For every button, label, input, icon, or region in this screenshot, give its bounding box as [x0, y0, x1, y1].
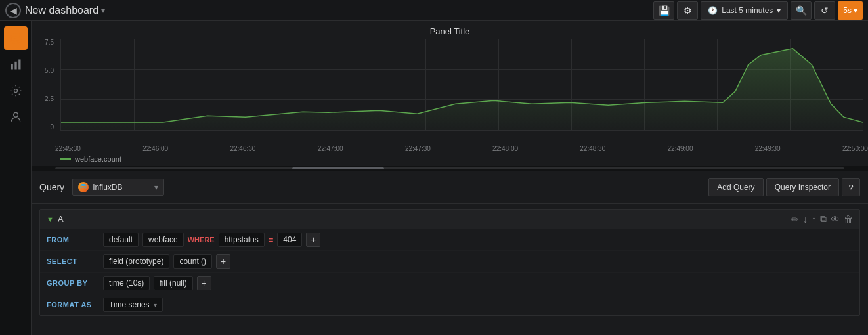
back-icon: ◀: [10, 5, 17, 16]
datasource-icon: [78, 182, 89, 192]
datasource-caret: ▾: [154, 183, 158, 192]
datasource-name: InfluxDB: [93, 183, 122, 192]
dashboard-title-group: New dashboard ▾: [25, 5, 105, 16]
clock-icon: 🕐: [708, 6, 718, 15]
sidebar-icon-user[interactable]: [4, 105, 28, 129]
svg-point-6: [81, 184, 86, 186]
save-icon: 💾: [659, 5, 670, 16]
where-operator: =: [269, 235, 274, 245]
sidebar-icon-database[interactable]: [4, 26, 28, 50]
y-label-2_5: 2.5: [45, 95, 54, 102]
datasource-selector[interactable]: InfluxDB ▾: [72, 179, 164, 196]
groupby-fill-value[interactable]: fill (null): [154, 276, 192, 290]
content-area: Panel Title 7.5 5.0 2.5 0: [32, 21, 868, 335]
where-val-value[interactable]: 404: [277, 233, 302, 247]
svg-point-0: [11, 33, 20, 37]
query-label: Query: [39, 182, 64, 192]
legend-line: [60, 158, 71, 160]
chart-panel: Panel Title 7.5 5.0 2.5 0: [32, 21, 868, 171]
chart-legend: webface.count: [32, 154, 868, 166]
select-field-value[interactable]: field (prototype): [103, 254, 169, 269]
dashboard-title-caret[interactable]: ▾: [101, 6, 105, 15]
refresh-interval-caret: ▾: [854, 6, 857, 15]
query-inspector-button[interactable]: Query Inspector: [766, 178, 839, 196]
select-func-value[interactable]: count (): [173, 254, 212, 269]
left-sidebar: [0, 21, 32, 335]
x-label-10: 22:50:00: [842, 145, 868, 152]
top-header: ◀ New dashboard ▾ 💾 ⚙ 🕐 Last 5 minutes ▾…: [0, 0, 868, 21]
sidebar-icon-gear[interactable]: [4, 79, 28, 102]
svg-point-4: [14, 89, 17, 93]
chart-area-fill: [61, 49, 863, 130]
chart-inner: [60, 39, 863, 131]
query-actions: Add Query Query Inspector ?: [708, 178, 860, 196]
user-icon: [9, 110, 22, 123]
sidebar-icon-chart[interactable]: [4, 53, 28, 76]
back-button[interactable]: ◀: [5, 3, 21, 18]
where-keyword: WHERE: [188, 236, 215, 244]
x-label-3: 22:46:30: [230, 145, 255, 152]
svg-rect-2: [14, 62, 16, 70]
y-label-7_5: 7.5: [45, 39, 54, 46]
time-range-caret: ▾: [777, 6, 781, 15]
delete-icon[interactable]: 🗑: [844, 214, 853, 225]
query-editor: Query InfluxDB ▾ Add Query Query Inspect: [32, 171, 868, 335]
add-where-button[interactable]: +: [306, 233, 320, 247]
x-label-2: 22:46:00: [142, 145, 168, 152]
gear-icon: [9, 84, 22, 97]
edit-icon[interactable]: ✏: [791, 214, 799, 225]
refresh-button[interactable]: ↺: [814, 1, 835, 20]
legend-label: webface.count: [75, 155, 121, 163]
settings-icon: ⚙: [684, 5, 692, 16]
refresh-icon: ↺: [821, 5, 829, 16]
groupby-clause: GROUP BY time (10s) fill (null) +: [40, 273, 859, 294]
from-db-value[interactable]: default: [103, 233, 139, 247]
svg-rect-1: [11, 64, 12, 70]
x-axis-labels: 22:45:30 22:46:00 22:46:30 22:47:00 22:4…: [55, 144, 868, 154]
save-button[interactable]: 💾: [653, 1, 674, 20]
visibility-icon[interactable]: 👁: [831, 214, 840, 225]
chart-icon: [9, 58, 22, 71]
scrollbar-thumb[interactable]: [292, 167, 384, 169]
svg-rect-3: [18, 60, 20, 70]
query-row-a-header: ▼ A ✏ ↓ ↑ ⧉ 👁 🗑: [40, 210, 859, 229]
database-icon: [9, 32, 22, 45]
formatas-keyword: FORMAT AS: [47, 301, 99, 309]
formatas-caret: ▾: [154, 302, 157, 309]
duplicate-icon[interactable]: ⧉: [820, 213, 827, 225]
search-button[interactable]: 🔍: [791, 1, 812, 20]
add-groupby-button[interactable]: +: [197, 276, 211, 290]
from-keyword: FROM: [47, 236, 99, 244]
chart-area: 7.5 5.0 2.5 0: [32, 39, 868, 144]
where-field-value[interactable]: httpstatus: [219, 233, 265, 247]
chart-scrollbar: [32, 166, 868, 171]
search-icon: 🔍: [796, 5, 807, 16]
dashboard-title-text: New dashboard: [25, 5, 98, 16]
select-keyword: SELECT: [47, 257, 99, 265]
x-label-6: 22:48:00: [492, 145, 518, 152]
move-up-icon[interactable]: ↑: [812, 214, 816, 225]
refresh-interval-label: 5s: [843, 6, 852, 15]
refresh-interval-button[interactable]: 5s ▾: [838, 1, 863, 20]
svg-point-5: [13, 112, 18, 117]
scrollbar-track[interactable]: [55, 167, 844, 169]
move-down-icon[interactable]: ↓: [803, 214, 808, 225]
query-row-a-actions: ✏ ↓ ↑ ⧉ 👁 🗑: [791, 213, 853, 225]
query-row-a: ▼ A ✏ ↓ ↑ ⧉ 👁 🗑 FROM default webface: [39, 209, 860, 316]
groupby-time-value[interactable]: time (10s): [103, 276, 150, 290]
collapse-button-a[interactable]: ▼: [47, 215, 54, 223]
add-query-button[interactable]: Add Query: [708, 178, 763, 196]
formatas-select[interactable]: Time series ▾: [103, 298, 163, 312]
main-layout: Panel Title 7.5 5.0 2.5 0: [0, 21, 868, 335]
add-select-button[interactable]: +: [216, 254, 230, 269]
time-range-picker[interactable]: 🕐 Last 5 minutes ▾: [701, 1, 788, 20]
header-right-actions: 💾 ⚙ 🕐 Last 5 minutes ▾ 🔍 ↺ 5s ▾: [653, 1, 863, 20]
x-label-4: 22:47:00: [318, 145, 343, 152]
settings-button[interactable]: ⚙: [677, 1, 698, 20]
formatas-clause: FORMAT AS Time series ▾: [40, 294, 859, 315]
from-table-value[interactable]: webface: [142, 233, 184, 247]
x-label-9: 22:49:30: [755, 145, 781, 152]
from-clause: FROM default webface WHERE httpstatus = …: [40, 229, 859, 251]
help-button[interactable]: ?: [842, 178, 860, 196]
x-label-1: 22:45:30: [55, 145, 81, 152]
